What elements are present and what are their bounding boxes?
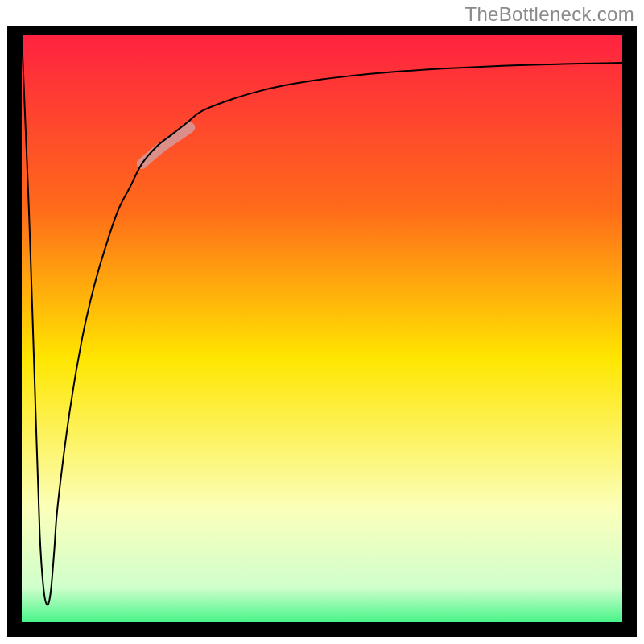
gradient-background: [14, 27, 630, 630]
plot-area: [14, 27, 630, 630]
chart-svg: [0, 26, 644, 644]
watermark-text: TheBottleneck.com: [464, 3, 634, 26]
chart-container: TheBottleneck.com: [0, 0, 644, 644]
